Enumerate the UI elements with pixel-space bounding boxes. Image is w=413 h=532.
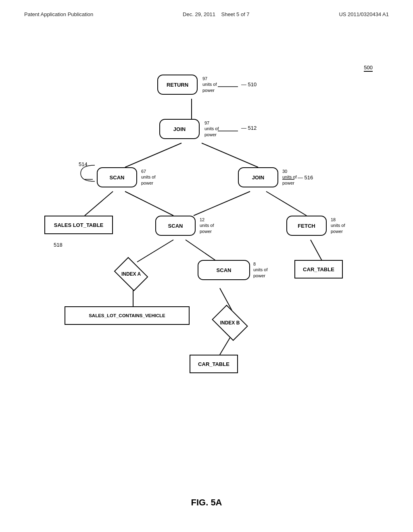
header-center: Dec. 29, 2011 Sheet 5 of 7 [183, 11, 250, 17]
svg-line-7 [137, 240, 173, 262]
node-sales-lot-table: SALES LOT_TABLE [44, 216, 113, 234]
svg-line-6 [266, 191, 307, 216]
join-top-power: 97units ofpower [204, 120, 219, 137]
page-header: Patent Application Publication Dec. 29, … [0, 0, 413, 17]
header-left: Patent Application Publication [24, 11, 93, 17]
node-scan-bottom: SCAN [198, 260, 250, 280]
node-scan-left: SCAN [97, 167, 137, 187]
svg-line-9 [311, 240, 323, 262]
join-right-power: 30units ofpower [282, 168, 296, 186]
node-car-table-right: CAR_TABLE [294, 260, 343, 278]
diagram-area: 500 [0, 56, 413, 500]
node-join-right: JOIN [238, 167, 278, 187]
header-right: US 2011/0320434 A1 [339, 11, 389, 17]
node-return: RETURN [157, 75, 198, 95]
scan-bottom-power: 8units ofpower [253, 261, 267, 278]
node-car-table-bottom: CAR_TABLE [190, 355, 238, 373]
scan-mid-power: 12units ofpower [200, 217, 214, 234]
svg-line-2 [202, 143, 258, 167]
ref-512: — 512 [241, 125, 257, 131]
ref-500: 500 [364, 64, 373, 72]
ref-510: — 510 [241, 81, 257, 87]
ref-518-label: 518 [54, 242, 63, 248]
return-power: 97units ofpower [202, 76, 217, 93]
svg-line-1 [125, 143, 181, 167]
node-sales-lot-contains: SALES_LOT_CONTAINS_VEHICLE [65, 306, 190, 325]
node-index-b-wrapper: INDEX B [206, 308, 254, 337]
figure-label: FIG. 5A [191, 497, 222, 508]
node-join-top: JOIN [159, 119, 200, 139]
node-fetch: FETCH [286, 216, 327, 236]
ref-514-bracket [79, 163, 99, 185]
fetch-power: 18units ofpower [331, 217, 345, 234]
svg-line-8 [186, 240, 218, 262]
svg-line-5 [194, 191, 250, 216]
svg-line-4 [125, 191, 173, 216]
node-scan-mid: SCAN [155, 216, 196, 236]
svg-line-3 [85, 191, 113, 216]
node-index-a-wrapper: INDEX A [109, 260, 153, 288]
ref-516: — 516 [298, 175, 313, 181]
scan-left-power: 67units ofpower [141, 168, 155, 186]
